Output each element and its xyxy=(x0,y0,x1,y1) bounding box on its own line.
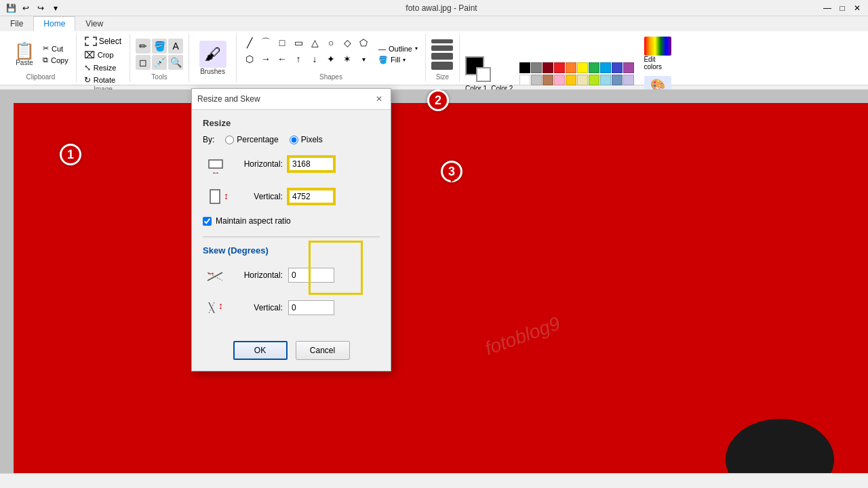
poly-shape[interactable]: △ xyxy=(307,35,322,50)
color-yellow[interactable] xyxy=(577,62,588,73)
color-orange[interactable] xyxy=(566,62,576,73)
fill-dropdown[interactable]: ▾ xyxy=(403,57,406,63)
maintain-aspect-checkbox[interactable] xyxy=(203,217,212,226)
resize-button[interactable]: ⤡ Resize xyxy=(82,62,119,73)
color-gold[interactable] xyxy=(566,75,576,85)
brushes-icon: 🖌 xyxy=(199,41,226,68)
color-steelblue[interactable] xyxy=(612,75,623,85)
text-tool[interactable]: A xyxy=(168,39,183,54)
svg-text:↕: ↕ xyxy=(218,300,223,311)
diamond-shape[interactable]: ◇ xyxy=(340,35,355,50)
tab-view[interactable]: View xyxy=(75,16,113,31)
size-4[interactable] xyxy=(431,62,453,70)
rect-shape[interactable]: □ xyxy=(275,35,290,50)
color-red[interactable] xyxy=(554,62,565,73)
dropdown-icon[interactable]: ▾ xyxy=(49,1,62,15)
vertical-resize-input[interactable] xyxy=(288,189,334,204)
select-icon xyxy=(85,37,97,46)
fill-icon: 🪣 xyxy=(378,56,388,64)
horizontal-resize-row: ↔ Horizontal: xyxy=(203,151,380,177)
copy-button[interactable]: ⧉ Copy xyxy=(41,55,71,65)
cut-button[interactable]: ✂ Cut xyxy=(41,43,71,54)
tools-label: Tools xyxy=(151,73,167,81)
fill-label: Fill xyxy=(391,56,400,64)
color-cream[interactable] xyxy=(577,75,588,85)
outline-dropdown[interactable]: ▾ xyxy=(415,45,418,52)
color-brown[interactable] xyxy=(542,75,553,85)
star4-shape[interactable]: ✦ xyxy=(323,52,338,66)
hexagon-shape[interactable]: ⬡ xyxy=(242,52,257,66)
color-picker-tool[interactable]: 💉 xyxy=(152,55,167,70)
crop-button[interactable]: ⌧ Crop xyxy=(82,49,116,61)
size-1[interactable] xyxy=(431,39,453,43)
dialog-close-button[interactable]: ✕ xyxy=(373,93,385,105)
tab-file[interactable]: File xyxy=(0,16,33,31)
color-blue[interactable] xyxy=(612,62,623,73)
color-skyblue[interactable] xyxy=(600,75,611,85)
dialog-footer: OK Cancel xyxy=(192,336,391,371)
undo-icon[interactable]: ↩ xyxy=(19,1,33,15)
color-purple[interactable] xyxy=(623,62,634,73)
fill-button[interactable]: 🪣 Fill ▾ xyxy=(376,55,420,65)
rounded-rect-shape[interactable]: ▭ xyxy=(291,35,306,50)
ok-button[interactable]: OK xyxy=(233,341,288,360)
color-cyan[interactable] xyxy=(600,62,611,73)
crop-icon: ⌧ xyxy=(84,49,95,60)
tab-home[interactable]: Home xyxy=(33,16,75,31)
color-darkred[interactable] xyxy=(542,62,553,73)
line-shape[interactable]: ╱ xyxy=(242,35,257,50)
save-icon[interactable]: 💾 xyxy=(4,1,18,15)
rotate-button[interactable]: ↻ Rotate xyxy=(82,75,117,85)
arrow-left-shape[interactable]: ← xyxy=(275,52,290,66)
color-black[interactable] xyxy=(519,62,530,73)
color-pink[interactable] xyxy=(554,75,565,85)
close-btn[interactable]: ✕ xyxy=(850,1,864,15)
outline-button[interactable]: — Outline ▾ xyxy=(376,44,420,54)
percentage-radio[interactable] xyxy=(225,136,234,144)
ellipse-shape[interactable]: ○ xyxy=(323,35,338,50)
arrow-up-shape[interactable]: ↑ xyxy=(291,52,306,66)
dialog-body: Resize By: Percentage Pixels ↔ Ho xyxy=(192,110,391,336)
edit-colors-button[interactable]: Edit colors xyxy=(641,35,675,72)
magnifier-tool[interactable]: 🔍 xyxy=(168,55,183,70)
arrow-down-shape[interactable]: ↓ xyxy=(307,52,322,66)
color-lime[interactable] xyxy=(589,75,599,85)
paste-button[interactable]: 📋 Paste xyxy=(11,41,38,68)
horizontal-resize-input[interactable] xyxy=(288,157,334,171)
horizontal-skew-input[interactable] xyxy=(288,268,334,283)
tools-content: ✏ 🪣 A ◻ 💉 🔍 xyxy=(136,35,183,73)
color-white[interactable] xyxy=(519,75,530,85)
pencil-tool[interactable]: ✏ xyxy=(136,39,151,54)
color2-swatch[interactable] xyxy=(476,67,491,82)
pentagon-shape[interactable]: ⬠ xyxy=(356,35,371,50)
minimize-btn[interactable]: — xyxy=(821,1,834,15)
eraser-tool[interactable]: ◻ xyxy=(136,55,151,70)
color-lavender[interactable] xyxy=(623,75,634,85)
size-3[interactable] xyxy=(431,53,453,60)
redo-icon[interactable]: ↪ xyxy=(34,1,47,15)
cancel-button[interactable]: Cancel xyxy=(296,341,350,360)
horizontal-skew-icon: ↔ xyxy=(203,262,229,288)
cut-label: Cut xyxy=(52,45,63,53)
pixels-radio[interactable] xyxy=(290,136,298,144)
maximize-btn[interactable]: □ xyxy=(835,1,849,15)
arrow-right-shape[interactable]: → xyxy=(258,52,273,66)
fill-tool[interactable]: 🪣 xyxy=(152,39,167,54)
star6-shape[interactable]: ✶ xyxy=(340,52,355,66)
vertical-resize-icon: ↕ xyxy=(203,184,229,209)
svg-text:↔: ↔ xyxy=(211,167,220,174)
color-lightgray[interactable] xyxy=(531,75,542,85)
brushes-button[interactable]: 🖌 Brushes xyxy=(197,39,229,77)
percentage-radio-label[interactable]: Percentage xyxy=(225,135,278,144)
curve-shape[interactable]: ⌒ xyxy=(258,35,273,50)
vertical-skew-input[interactable] xyxy=(288,300,334,315)
copy-icon: ⧉ xyxy=(43,56,48,64)
outline-icon: — xyxy=(378,45,386,53)
more-shapes[interactable]: ▾ xyxy=(356,52,371,66)
color-green[interactable] xyxy=(589,62,599,73)
size-2[interactable] xyxy=(431,45,453,51)
color-gray[interactable] xyxy=(531,62,542,73)
group-tools: ✏ 🪣 A ◻ 💉 🔍 Tools xyxy=(130,34,189,82)
select-button[interactable]: Select xyxy=(82,35,124,47)
pixels-radio-label[interactable]: Pixels xyxy=(290,135,323,144)
